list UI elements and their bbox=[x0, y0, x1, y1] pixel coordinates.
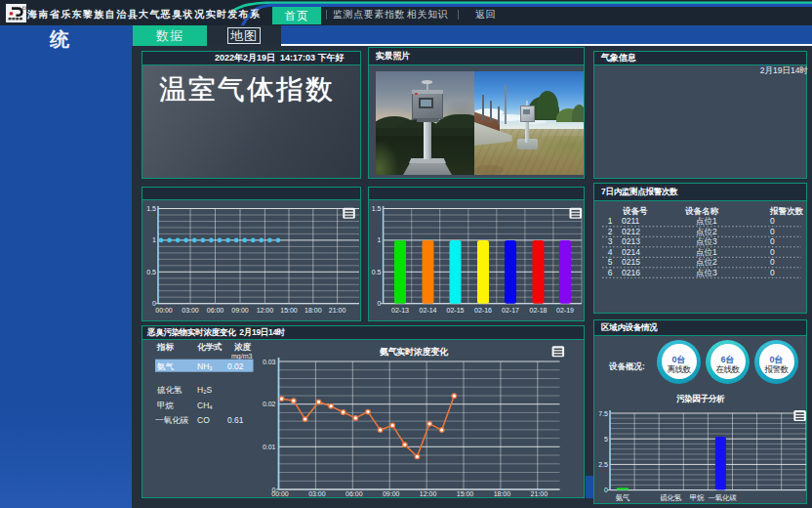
svg-text:0.61: 0.61 bbox=[227, 415, 244, 425]
svg-text:指标: 指标 bbox=[156, 342, 175, 352]
svg-text:甲烷: 甲烷 bbox=[690, 493, 705, 502]
svg-text:甲烷: 甲烷 bbox=[157, 401, 175, 410]
svg-text:0: 0 bbox=[770, 257, 775, 267]
svg-text:0212: 0212 bbox=[622, 227, 640, 236]
svg-text:09:00: 09:00 bbox=[231, 307, 249, 314]
svg-text:12:00: 12:00 bbox=[420, 490, 437, 497]
svg-text:0216: 0216 bbox=[622, 268, 640, 277]
svg-text:1: 1 bbox=[152, 236, 156, 243]
svg-text:5: 5 bbox=[604, 436, 608, 443]
svg-text:02-14: 02-14 bbox=[420, 307, 437, 314]
svg-text:03:00: 03:00 bbox=[182, 307, 199, 314]
svg-text:氨气: 氨气 bbox=[616, 493, 629, 502]
svg-text:0: 0 bbox=[604, 487, 608, 493]
svg-text:03:00: 03:00 bbox=[308, 490, 326, 497]
svg-text:氨气实时浓度变化: 氨气实时浓度变化 bbox=[379, 346, 449, 357]
svg-text:21:00: 21:00 bbox=[531, 490, 548, 497]
svg-text:0214: 0214 bbox=[622, 247, 640, 257]
svg-text:硫化氢: 硫化氢 bbox=[157, 385, 183, 395]
svg-text:0.03: 0.03 bbox=[263, 359, 276, 365]
svg-text:15:00: 15:00 bbox=[280, 307, 298, 314]
svg-text:设备名称: 设备名称 bbox=[684, 206, 719, 216]
svg-text:7.5: 7.5 bbox=[598, 410, 608, 417]
svg-text:09:00: 09:00 bbox=[383, 490, 400, 497]
svg-text:0.5: 0.5 bbox=[146, 269, 156, 275]
svg-text:化学式: 化学式 bbox=[196, 342, 223, 352]
svg-text:1.5: 1.5 bbox=[372, 205, 382, 212]
svg-text:0213: 0213 bbox=[622, 236, 640, 246]
svg-text:02-16: 02-16 bbox=[474, 307, 492, 314]
svg-text:02-19: 02-19 bbox=[556, 307, 574, 314]
svg-text:0.02: 0.02 bbox=[227, 361, 244, 371]
svg-text:18:00: 18:00 bbox=[494, 490, 511, 497]
svg-text:浓度: 浓度 bbox=[233, 342, 252, 352]
svg-text:00:00: 00:00 bbox=[155, 307, 173, 314]
svg-text:一氧化碳: 一氧化碳 bbox=[709, 493, 738, 502]
svg-text:06:00: 06:00 bbox=[345, 490, 363, 497]
svg-text:02-13: 02-13 bbox=[391, 307, 409, 314]
svg-text:18:00: 18:00 bbox=[304, 307, 322, 314]
svg-text:0: 0 bbox=[770, 247, 775, 257]
svg-text:点位1: 点位1 bbox=[696, 247, 717, 257]
svg-text:0: 0 bbox=[770, 268, 775, 277]
svg-text:点位2: 点位2 bbox=[696, 257, 717, 267]
svg-text:0: 0 bbox=[770, 216, 775, 226]
svg-text:00:00: 00:00 bbox=[271, 490, 289, 497]
svg-text:1.5: 1.5 bbox=[146, 205, 156, 212]
svg-text:点位1: 点位1 bbox=[696, 216, 717, 226]
svg-text:硫化氢: 硫化氢 bbox=[660, 493, 681, 502]
svg-text:CO: CO bbox=[197, 415, 210, 425]
svg-text:点位3: 点位3 bbox=[696, 236, 717, 246]
svg-text:0: 0 bbox=[770, 227, 775, 236]
svg-text:02-18: 02-18 bbox=[530, 307, 548, 314]
svg-text:报警次数: 报警次数 bbox=[769, 206, 804, 216]
svg-text:6: 6 bbox=[608, 268, 613, 277]
svg-text:1: 1 bbox=[378, 236, 382, 243]
svg-text:3: 3 bbox=[608, 236, 613, 246]
svg-text:02-17: 02-17 bbox=[502, 307, 519, 314]
svg-text:15:00: 15:00 bbox=[457, 490, 474, 497]
svg-text:02-15: 02-15 bbox=[447, 307, 465, 314]
svg-text:2: 2 bbox=[608, 227, 613, 236]
svg-text:设备号: 设备号 bbox=[622, 206, 648, 216]
svg-text:H2S: H2S bbox=[197, 385, 212, 396]
svg-text:mg/m3: mg/m3 bbox=[231, 353, 253, 360]
svg-text:0: 0 bbox=[378, 300, 382, 307]
svg-text:4: 4 bbox=[608, 247, 613, 257]
svg-text:0.5: 0.5 bbox=[372, 269, 382, 275]
svg-text:0211: 0211 bbox=[622, 216, 640, 226]
svg-text:点位2: 点位2 bbox=[696, 227, 717, 236]
svg-text:0: 0 bbox=[770, 236, 775, 246]
svg-text:点位3: 点位3 bbox=[696, 268, 717, 277]
svg-text:2.5: 2.5 bbox=[598, 461, 608, 468]
svg-text:21:00: 21:00 bbox=[329, 307, 346, 314]
svg-text:CH4: CH4 bbox=[197, 401, 213, 411]
svg-text:0.02: 0.02 bbox=[263, 401, 276, 407]
svg-text:12:00: 12:00 bbox=[257, 307, 274, 314]
svg-text:06:00: 06:00 bbox=[207, 307, 224, 314]
svg-text:一氧化碳: 一氧化碳 bbox=[155, 415, 189, 425]
svg-text:1: 1 bbox=[608, 216, 613, 226]
svg-text:0.01: 0.01 bbox=[263, 444, 276, 450]
svg-text:氨气: 氨气 bbox=[157, 361, 175, 371]
svg-text:0215: 0215 bbox=[622, 257, 640, 267]
svg-text:5: 5 bbox=[608, 257, 613, 267]
